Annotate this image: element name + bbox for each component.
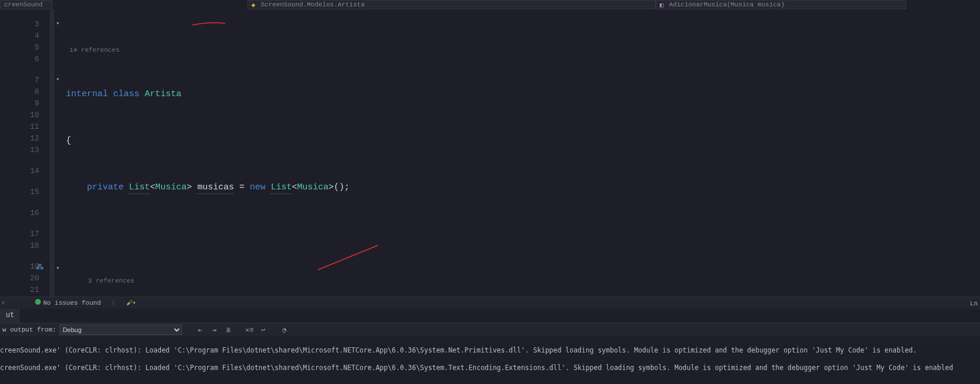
breadcrumb-project[interactable]: creenSound (0, 0, 52, 9)
editor-status-bar: ⚡ No issues found | 🖌▾ (0, 297, 980, 308)
brush-icon[interactable]: 🖌▾ (126, 299, 136, 307)
output-line: creenSound.exe' (CoreCLR: clrhost): Load… (0, 346, 980, 355)
issues-indicator[interactable]: No issues found (35, 299, 101, 307)
check-icon (35, 299, 41, 305)
annotation-arrow (317, 244, 381, 273)
list-icon[interactable]: ≣ (223, 325, 233, 335)
indent-right-icon[interactable]: ⇥ (209, 325, 219, 335)
breadcrumb-class[interactable]: ◆ ScreenSound.Modelos.Artista (247, 0, 656, 9)
indent-left-icon[interactable]: ⇤ (195, 325, 205, 335)
chevron-down-icon[interactable]: ▾ (56, 76, 63, 83)
chevron-down-icon[interactable]: ▾ (56, 20, 63, 27)
eyedropper-icon: ⁂ (36, 262, 44, 272)
output-toolbar: w output from: Debug ⇤ ⇥ ≣ ✕≡ ↩ ◔ (0, 323, 980, 336)
clear-icon[interactable]: ✕≡ (244, 325, 254, 335)
class-icon: ◆ (251, 1, 258, 8)
breadcrumb-member[interactable]: ◧ AdicionarMusica(Musica musica) (656, 0, 907, 9)
breadcrumb-class-label: ScreenSound.Modelos.Artista (261, 1, 365, 8)
code-editor[interactable]: 3 4 5 6 7 8 9 10 11 12 13 14 15 16 17 18… (0, 9, 980, 297)
clock-icon[interactable]: ◔ (279, 325, 289, 335)
line-number-gutter: 3 4 5 6 7 8 9 10 11 12 13 14 15 16 17 18… (0, 9, 50, 297)
breadcrumb-project-label: creenSound (4, 1, 43, 8)
code-area[interactable]: 14 references internal class Artista { p… (66, 9, 980, 297)
outline-column[interactable]: ▾ ▾ ▾ (54, 9, 66, 297)
output-console[interactable]: creenSound.exe' (CoreCLR: clrhost): Load… (0, 336, 980, 384)
output-tab[interactable]: ut (0, 309, 20, 323)
output-line: creenSound.exe' (CoreCLR: clrhost): Load… (0, 364, 980, 372)
breakpoint-column[interactable] (50, 9, 54, 297)
wrap-icon[interactable]: ↩ (258, 325, 268, 335)
caret-position: Ln (970, 300, 978, 307)
output-from-label: w output from: (2, 326, 56, 333)
codelens-references[interactable]: 14 references (66, 44, 980, 54)
bolt-icon: ⚡ (1, 299, 5, 307)
output-source-select[interactable]: Debug (60, 325, 182, 335)
breadcrumb-member-label: AdicionarMusica(Musica musica) (669, 1, 785, 8)
codelens-references[interactable]: 3 references (66, 275, 980, 284)
annotation-arrow (191, 19, 226, 27)
method-icon: ◧ (660, 1, 667, 8)
chevron-down-icon[interactable]: ▾ (56, 265, 63, 272)
